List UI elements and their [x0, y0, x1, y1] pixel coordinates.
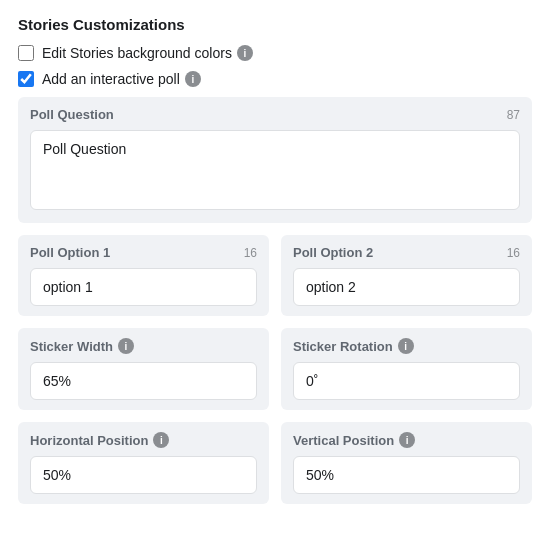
section-title: Stories Customizations — [18, 16, 532, 33]
poll-option1-char-count: 16 — [244, 246, 257, 260]
poll-option2-label: Poll Option 2 — [293, 245, 373, 260]
poll-question-input[interactable] — [30, 130, 520, 210]
poll-option1-box: Poll Option 1 16 — [18, 235, 269, 316]
poll-option2-box: Poll Option 2 16 — [281, 235, 532, 316]
horizontal-position-input[interactable] — [30, 456, 257, 494]
horizontal-position-box: Horizontal Position i — [18, 422, 269, 504]
poll-option1-label: Poll Option 1 — [30, 245, 110, 260]
horizontal-position-info-icon[interactable]: i — [153, 432, 169, 448]
bg-colors-checkbox[interactable] — [18, 45, 34, 61]
poll-option2-header: Poll Option 2 16 — [293, 245, 520, 260]
poll-option1-header: Poll Option 1 16 — [30, 245, 257, 260]
poll-question-section: Poll Question 87 — [18, 97, 532, 223]
sticker-width-box: Sticker Width i — [18, 328, 269, 410]
vertical-position-label: Vertical Position i — [293, 432, 415, 448]
sticker-rotation-info-icon[interactable]: i — [398, 338, 414, 354]
sticker-width-header: Sticker Width i — [30, 338, 257, 354]
sticker-rotation-input[interactable] — [293, 362, 520, 400]
vertical-position-header: Vertical Position i — [293, 432, 520, 448]
sticker-width-input[interactable] — [30, 362, 257, 400]
sticker-width-info-icon[interactable]: i — [118, 338, 134, 354]
vertical-position-info-icon[interactable]: i — [399, 432, 415, 448]
poll-options-row: Poll Option 1 16 Poll Option 2 16 — [18, 235, 532, 316]
bg-colors-row: Edit Stories background colors i — [18, 45, 532, 61]
sticker-rotation-label: Sticker Rotation i — [293, 338, 414, 354]
sticker-rotation-header: Sticker Rotation i — [293, 338, 520, 354]
poll-question-char-count: 87 — [507, 108, 520, 122]
sticker-row: Sticker Width i Sticker Rotation i — [18, 328, 532, 410]
poll-question-header: Poll Question 87 — [30, 107, 520, 122]
interactive-poll-row: Add an interactive poll i — [18, 71, 532, 87]
poll-question-label: Poll Question — [30, 107, 114, 122]
horizontal-position-header: Horizontal Position i — [30, 432, 257, 448]
bg-colors-info-icon[interactable]: i — [237, 45, 253, 61]
interactive-poll-checkbox[interactable] — [18, 71, 34, 87]
interactive-poll-label[interactable]: Add an interactive poll i — [42, 71, 201, 87]
poll-option2-char-count: 16 — [507, 246, 520, 260]
bg-colors-label[interactable]: Edit Stories background colors i — [42, 45, 253, 61]
interactive-poll-info-icon[interactable]: i — [185, 71, 201, 87]
position-row: Horizontal Position i Vertical Position … — [18, 422, 532, 504]
vertical-position-input[interactable] — [293, 456, 520, 494]
sticker-rotation-box: Sticker Rotation i — [281, 328, 532, 410]
vertical-position-box: Vertical Position i — [281, 422, 532, 504]
sticker-width-label: Sticker Width i — [30, 338, 134, 354]
poll-option1-input[interactable] — [30, 268, 257, 306]
horizontal-position-label: Horizontal Position i — [30, 432, 169, 448]
poll-option2-input[interactable] — [293, 268, 520, 306]
